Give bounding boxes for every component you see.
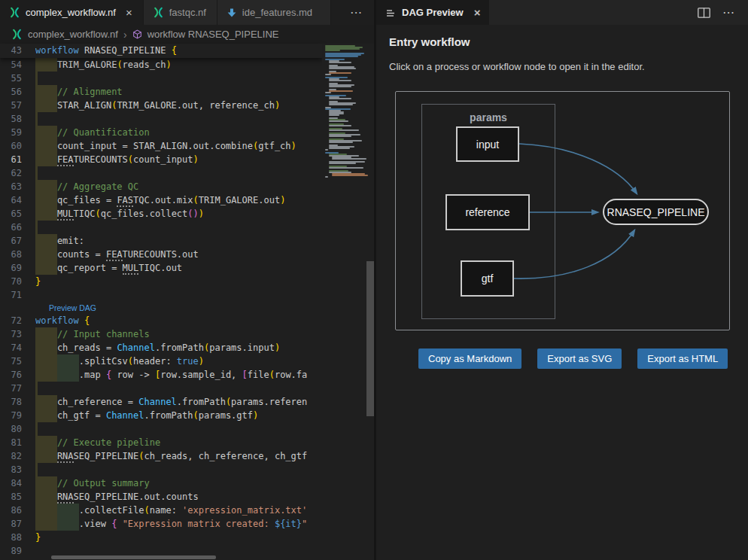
horizontal-scrollbar[interactable] xyxy=(51,555,216,559)
code-token: { xyxy=(84,315,90,326)
close-panel-icon[interactable]: × xyxy=(474,7,481,18)
code-line-61: 61FEATURECOUNTS(count_input) xyxy=(0,153,322,166)
dag-preview-panel: DAG Preview × ⋯ Entry workflow Click on … xyxy=(376,0,748,560)
code-token: TIQC.out xyxy=(138,263,182,273)
line-number: 55 xyxy=(0,72,35,85)
editor-tab-bar: complex_workflow.nf × fastqc.nf xyxy=(0,0,374,25)
minimap-line xyxy=(329,167,363,169)
code-token: ) xyxy=(253,410,258,421)
code-token: // Execute pipeline xyxy=(57,437,160,448)
code-token: // Output summary xyxy=(57,478,150,488)
code-token: RNA xyxy=(57,451,74,463)
line-number: 56 xyxy=(0,85,35,99)
indent-highlight xyxy=(57,368,79,382)
code-token: ( xyxy=(144,505,150,516)
tab-complex-workflow-nf[interactable]: complex_workflow.nf × xyxy=(0,0,144,25)
close-tab-icon[interactable]: × xyxy=(126,7,132,18)
codelens-preview-dag[interactable]: Preview DAG xyxy=(49,303,96,312)
code-line-57: 57STAR_ALIGN(TRIM_GALORE.out, reference_… xyxy=(0,99,322,112)
line-number: 64 xyxy=(0,193,35,207)
code-token: ( xyxy=(117,59,122,70)
code-token: .fromPath xyxy=(144,410,193,421)
code-line-80: 80 xyxy=(0,422,322,436)
code-editor[interactable]: 54TRIM_GALORE(reads_ch)5556// Alignment5… xyxy=(0,44,374,560)
code-token: qc_report = xyxy=(57,263,123,273)
export-as-html-button[interactable]: Export as HTML xyxy=(637,348,728,369)
code-token: counts = xyxy=(57,249,106,260)
split-editor-icon[interactable] xyxy=(698,8,710,18)
dag-node-rnaseq-pipeline[interactable]: RNASEQ_PIPELINE xyxy=(603,199,709,225)
minimap-line xyxy=(325,56,358,57)
vertical-scrollbar[interactable] xyxy=(366,261,374,416)
code-line-64: 64qc_files = FASTQC.out.mix(TRIM_GALORE.… xyxy=(0,193,322,207)
code-token: STAR_ALIGN xyxy=(57,100,111,111)
line-number: 81 xyxy=(0,436,35,449)
indent-highlight xyxy=(35,327,57,341)
line-number: 79 xyxy=(0,409,35,422)
line-number: 59 xyxy=(0,126,35,139)
code-token: TURECOUNTS.out xyxy=(123,249,199,260)
code-token: Channel xyxy=(117,342,155,353)
indent-highlight xyxy=(35,449,57,463)
sticky-scroll-line[interactable]: 43 workflow RNASEQ_PIPELINE { xyxy=(0,44,322,58)
more-tabs-icon[interactable]: ⋯ xyxy=(339,5,374,20)
panel-more-actions-icon[interactable]: ⋯ xyxy=(722,5,736,20)
code-token: { xyxy=(172,45,177,56)
minimap-line xyxy=(329,104,353,105)
code-token: ( xyxy=(269,370,275,380)
code-token: ${it} xyxy=(275,519,302,529)
minimap-line xyxy=(329,86,351,87)
line-number: 82 xyxy=(0,449,35,463)
code-token: count_input xyxy=(133,154,193,165)
copy-as-markdown-button[interactable]: Copy as Markdown xyxy=(418,348,521,369)
code-token: TIQC xyxy=(74,208,96,219)
code-line-85: 85RNASEQ_PIPELINE.out.counts xyxy=(0,490,322,504)
line-number: 86 xyxy=(0,504,35,517)
dag-node-gtf[interactable]: gtf xyxy=(461,260,514,297)
line-number: 71 xyxy=(0,288,35,302)
code-line-88: 88} xyxy=(0,531,322,544)
indent-highlight xyxy=(35,261,57,275)
tab-label: fastqc.nf xyxy=(169,7,206,18)
tab-dag-preview[interactable]: DAG Preview × xyxy=(376,0,489,25)
code-token: TRIM_GALORE.out, reference_ch xyxy=(117,100,275,111)
code-token: } xyxy=(35,532,41,543)
code-token: FEA xyxy=(106,249,123,261)
indent-highlight xyxy=(35,221,38,234)
code-token: ( xyxy=(95,208,100,219)
breadcrumb-file[interactable]: complex_workflow.nf xyxy=(28,29,118,40)
code-token: params.referen xyxy=(231,397,307,407)
code-token: MUL xyxy=(57,208,74,221)
code-token: workflow xyxy=(35,45,84,56)
code-token: MUL xyxy=(123,263,139,275)
code-token: qc_files = xyxy=(57,195,117,205)
breadcrumb-symbol[interactable]: workflow RNASEQ_PIPELINE xyxy=(147,29,279,40)
code-token: row.fa xyxy=(275,370,307,380)
dag-diagram: params input reference gtf RNASEQ_PIPELI… xyxy=(395,91,730,330)
code-token: ( xyxy=(193,195,199,205)
line-number: 85 xyxy=(0,490,35,504)
code-token: params.input xyxy=(209,342,275,353)
code-token: FEA xyxy=(57,154,74,166)
code-token: Channel xyxy=(106,410,144,421)
export-as-svg-button[interactable]: Export as SVG xyxy=(537,348,622,369)
indent-highlight xyxy=(35,234,57,248)
code-line-73: 73// Input channels xyxy=(0,327,322,341)
code-token: .splitCsv xyxy=(79,356,128,367)
indent-highlight xyxy=(35,248,57,261)
indent-highlight xyxy=(35,193,57,207)
code-token: gtf_ch xyxy=(258,141,290,151)
minimap[interactable] xyxy=(322,44,366,181)
code-token: () xyxy=(187,208,198,219)
dag-node-input[interactable]: input xyxy=(456,126,519,162)
minimap-line xyxy=(329,68,356,69)
dag-node-reference[interactable]: reference xyxy=(445,194,530,230)
code-token: "Expression matrix created: xyxy=(123,519,275,529)
code-token: .collectFile xyxy=(79,505,144,516)
tab-fastqc-nf[interactable]: fastqc.nf xyxy=(144,0,217,25)
code-token: SEQ_PIPELINE.out.counts xyxy=(74,492,199,502)
tab-ide-features-md[interactable]: ide_features.md xyxy=(217,0,331,25)
code-token: // Quantification xyxy=(57,127,150,138)
indent-highlight xyxy=(57,355,79,368)
line-number: 61 xyxy=(0,153,35,166)
